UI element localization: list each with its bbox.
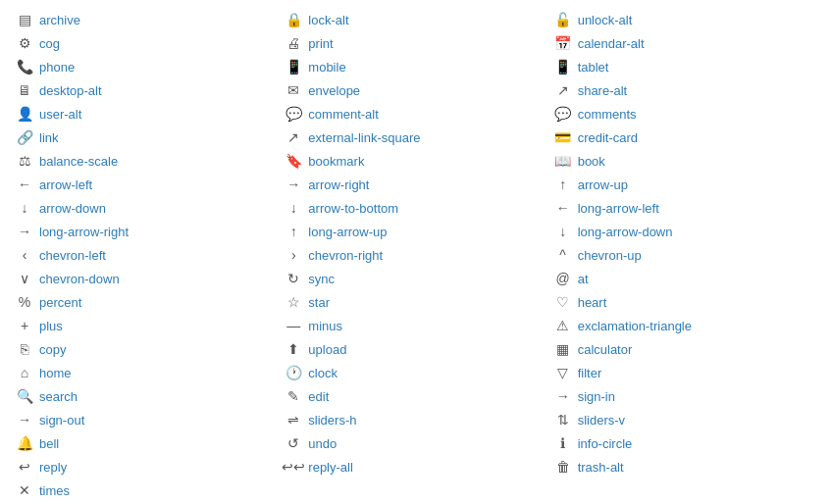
icon-item: →arrow-right	[281, 173, 549, 196]
home-label: home	[39, 366, 72, 380]
sign-out-label: sign-out	[39, 413, 84, 428]
calendar-alt-label: calendar-alt	[578, 36, 645, 51]
icon-item: ↑long-arrow-up	[281, 220, 549, 243]
icon-item: 🔗link	[12, 126, 281, 149]
credit-card-icon: 💳	[554, 128, 572, 146]
icon-item: ↗share-alt	[550, 78, 819, 102]
filter-icon: ▽	[554, 364, 572, 381]
icon-item: ∨chevron-down	[12, 267, 281, 290]
filter-label: filter	[578, 366, 602, 380]
sync-label: sync	[308, 272, 335, 286]
chevron-up-label: chevron-up	[578, 248, 642, 263]
icon-item: ▽filter	[550, 361, 819, 384]
sign-out-icon: →	[16, 411, 33, 428]
share-alt-icon: ↗	[554, 81, 572, 99]
icon-item: 🔒lock-alt	[281, 8, 549, 31]
icon-item: ▤archive	[12, 8, 281, 31]
external-link-square-label: external-link-square	[308, 130, 420, 145]
icon-item: +plus	[12, 314, 281, 337]
credit-card-label: credit-card	[578, 130, 638, 145]
cog-icon: ⚙	[16, 34, 33, 52]
search-icon: 🔍	[16, 387, 33, 405]
undo-icon: ↺	[285, 434, 302, 452]
info-circle-label: info-circle	[578, 436, 633, 451]
icon-item: ⇅sliders-v	[550, 408, 819, 431]
tablet-label: tablet	[578, 60, 609, 75]
sign-in-label: sign-in	[578, 389, 615, 404]
share-alt-label: share-alt	[578, 83, 628, 98]
long-arrow-down-label: long-arrow-down	[578, 225, 673, 239]
star-label: star	[308, 295, 330, 310]
icon-item: 📱mobile	[281, 55, 549, 78]
icon-item: ›chevron-right	[281, 243, 549, 267]
reply-icon: ↩	[16, 458, 33, 476]
arrow-up-icon: ↑	[554, 176, 572, 193]
balance-scale-label: balance-scale	[39, 154, 118, 169]
times-icon: ✕	[16, 481, 33, 499]
icon-item: 👤user-alt	[12, 102, 281, 126]
chevron-left-icon: ‹	[16, 246, 33, 264]
icon-item: ✉envelope	[281, 78, 549, 102]
sync-icon: ↻	[285, 270, 302, 287]
icon-item: ⌂home	[12, 361, 281, 384]
icon-item: ←long-arrow-left	[550, 196, 819, 220]
long-arrow-right-label: long-arrow-right	[39, 225, 129, 239]
icon-item: 💳credit-card	[550, 126, 819, 149]
percent-label: percent	[39, 295, 81, 310]
calculator-icon: ▦	[554, 340, 572, 358]
link-label: link	[39, 130, 59, 145]
user-alt-icon: 👤	[16, 105, 33, 123]
copy-label: copy	[39, 342, 66, 357]
chevron-right-icon: ›	[285, 246, 302, 264]
chevron-left-label: chevron-left	[39, 248, 106, 263]
unlock-alt-icon: 🔓	[554, 11, 572, 28]
unlock-alt-label: unlock-alt	[578, 13, 633, 27]
long-arrow-down-icon: ↓	[554, 223, 572, 240]
icon-item: ↑arrow-up	[550, 173, 819, 196]
upload-label: upload	[308, 342, 346, 357]
arrow-to-bottom-label: arrow-to-bottom	[308, 201, 398, 216]
edit-label: edit	[308, 389, 329, 404]
icon-item: ‹chevron-left	[12, 243, 281, 267]
desktop-alt-label: desktop-alt	[39, 83, 102, 98]
arrow-down-label: arrow-down	[39, 201, 106, 216]
icon-item: →long-arrow-right	[12, 220, 281, 243]
mobile-label: mobile	[308, 60, 345, 75]
icon-item: 🔖bookmark	[281, 149, 549, 173]
icon-item: ⚙cog	[12, 31, 281, 55]
chevron-down-label: chevron-down	[39, 272, 120, 286]
arrow-left-icon: ←	[16, 176, 33, 193]
icon-item: ✕times	[12, 479, 281, 502]
star-icon: ☆	[285, 293, 302, 311]
lock-alt-label: lock-alt	[308, 13, 348, 27]
plus-icon: +	[16, 317, 33, 334]
comments-label: comments	[578, 107, 637, 122]
cog-label: cog	[39, 36, 60, 51]
long-arrow-left-icon: ←	[554, 199, 572, 217]
at-label: at	[578, 272, 589, 286]
clock-label: clock	[308, 366, 338, 380]
long-arrow-up-icon: ↑	[285, 223, 302, 240]
icon-item: %percent	[12, 290, 281, 314]
icon-item: ↩reply	[12, 455, 281, 479]
icon-grid: ▤archive🔒lock-alt🔓unlock-alt⚙cog🖨print📅c…	[12, 8, 819, 502]
phone-icon: 📞	[16, 58, 33, 76]
bell-icon: 🔔	[16, 434, 33, 452]
balance-scale-icon: ⚖	[16, 152, 33, 170]
home-icon: ⌂	[16, 364, 33, 381]
long-arrow-right-icon: →	[16, 223, 33, 240]
icon-item: ✎edit	[281, 384, 549, 408]
sign-in-icon: →	[554, 387, 572, 405]
sliders-h-label: sliders-h	[308, 413, 356, 428]
icon-item: 🔓unlock-alt	[550, 8, 819, 31]
exclamation-triangle-label: exclamation-triangle	[578, 319, 692, 333]
icon-item: →sign-in	[550, 384, 819, 408]
arrow-up-label: arrow-up	[578, 177, 628, 192]
calendar-alt-icon: 📅	[554, 34, 572, 52]
arrow-down-icon: ↓	[16, 199, 33, 217]
arrow-right-label: arrow-right	[308, 177, 369, 192]
icon-item: ↻sync	[281, 267, 549, 290]
times-label: times	[39, 483, 70, 498]
icon-item: ↓arrow-to-bottom	[281, 196, 549, 220]
heart-label: heart	[578, 295, 607, 310]
